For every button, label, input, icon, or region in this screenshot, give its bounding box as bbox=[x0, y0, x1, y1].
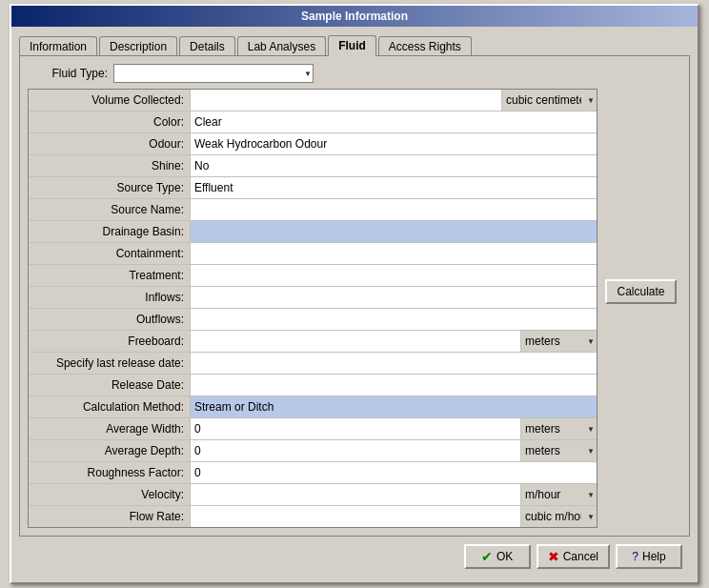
unit-freeboard-wrapper: meters feet bbox=[520, 331, 597, 352]
value-release-date[interactable] bbox=[191, 375, 597, 395]
value-volume-collected: cubic centimeters liters milliliters bbox=[191, 90, 597, 111]
value-source-type: Effluent bbox=[191, 177, 597, 198]
cancel-label: Cancel bbox=[563, 550, 598, 563]
value-drainage-basin[interactable] bbox=[191, 221, 597, 242]
value-color: Clear bbox=[191, 112, 597, 132]
value-outflows[interactable] bbox=[191, 309, 597, 330]
cancel-button[interactable]: ✖ Cancel bbox=[537, 544, 610, 569]
label-shine: Shine: bbox=[29, 155, 191, 176]
tab-bar: Information Description Details Lab Anal… bbox=[19, 34, 690, 55]
cancel-icon: ✖ bbox=[548, 549, 559, 564]
row-source-type: Source Type: Effluent bbox=[29, 177, 597, 199]
left-area: Volume Collected: cubic centimeters lite… bbox=[28, 89, 598, 528]
label-color: Color: bbox=[29, 112, 191, 132]
input-velocity[interactable] bbox=[191, 492, 520, 497]
form-grid: Volume Collected: cubic centimeters lite… bbox=[28, 89, 598, 528]
value-treatment[interactable] bbox=[191, 265, 597, 286]
unit-volume-collected-wrapper: cubic centimeters liters milliliters bbox=[501, 90, 597, 111]
label-drainage-basin: Drainage Basin: bbox=[29, 221, 191, 242]
main-window: Sample Information Information Descripti… bbox=[10, 4, 699, 584]
fluid-type-label: Fluid Type: bbox=[28, 67, 113, 80]
row-drainage-basin: Drainage Basin: bbox=[29, 221, 597, 243]
window-title: Sample Information bbox=[11, 6, 698, 27]
row-release-date: Release Date: bbox=[29, 375, 597, 396]
tab-fluid[interactable]: Fluid bbox=[328, 35, 376, 56]
row-color: Color: Clear bbox=[29, 112, 597, 133]
row-treatment: Treatment: bbox=[29, 265, 597, 287]
value-calculation-method: Stream or Ditch bbox=[191, 396, 597, 417]
tab-content-fluid: Fluid Type: Volume Collected: bbox=[19, 55, 690, 537]
unit-flow-rate[interactable]: cubic m/hour cubic ft/hour bbox=[520, 506, 597, 527]
unit-velocity[interactable]: m/hour m/sec ft/hour bbox=[520, 484, 597, 505]
label-average-depth: Average Depth: bbox=[29, 440, 191, 461]
unit-volume-collected[interactable]: cubic centimeters liters milliliters bbox=[501, 90, 597, 111]
value-containment[interactable] bbox=[191, 243, 597, 264]
label-roughness-factor: Roughness Factor: bbox=[29, 462, 191, 483]
row-shine: Shine: No bbox=[29, 155, 597, 177]
label-flow-rate: Flow Rate: bbox=[29, 506, 191, 527]
value-velocity: m/hour m/sec ft/hour bbox=[191, 484, 597, 505]
unit-average-width[interactable]: meters feet bbox=[520, 418, 597, 439]
label-velocity: Velocity: bbox=[29, 484, 191, 505]
fluid-type-row: Fluid Type: bbox=[28, 64, 681, 83]
calculate-button[interactable]: Calculate bbox=[605, 279, 677, 304]
label-treatment: Treatment: bbox=[29, 265, 191, 286]
tab-details[interactable]: Details bbox=[179, 36, 235, 56]
row-freeboard: Freeboard: meters feet bbox=[29, 331, 597, 353]
fluid-type-select-wrapper bbox=[113, 64, 314, 83]
row-average-depth: Average Depth: 0 meters feet bbox=[29, 440, 597, 462]
fluid-type-select[interactable] bbox=[113, 64, 314, 83]
row-velocity: Velocity: m/hour m/sec ft/hour bbox=[29, 484, 597, 506]
footer: ✔ OK ✖ Cancel ? Help bbox=[19, 537, 690, 575]
window-body: Information Description Details Lab Anal… bbox=[11, 27, 698, 582]
input-average-width[interactable]: 0 bbox=[191, 419, 520, 438]
unit-average-depth-wrapper: meters feet bbox=[520, 440, 597, 461]
unit-velocity-wrapper: m/hour m/sec ft/hour bbox=[520, 484, 597, 505]
ok-button[interactable]: ✔ OK bbox=[464, 544, 531, 569]
label-freeboard: Freeboard: bbox=[29, 331, 191, 352]
value-specify-release[interactable] bbox=[191, 353, 597, 374]
input-flow-rate[interactable] bbox=[191, 514, 520, 519]
value-freeboard: meters feet bbox=[191, 331, 597, 352]
value-flow-rate: cubic m/hour cubic ft/hour bbox=[191, 506, 597, 527]
value-inflows[interactable] bbox=[191, 287, 597, 308]
tab-description[interactable]: Description bbox=[99, 36, 177, 56]
tab-access-rights[interactable]: Access Rights bbox=[378, 36, 472, 56]
value-roughness-factor[interactable]: 0 bbox=[191, 462, 597, 483]
unit-freeboard[interactable]: meters feet bbox=[520, 331, 597, 352]
row-odour: Odour: Weak Hydrocarbon Odour bbox=[29, 133, 597, 155]
label-inflows: Inflows: bbox=[29, 287, 191, 308]
label-outflows: Outflows: bbox=[29, 309, 191, 330]
row-roughness-factor: Roughness Factor: 0 bbox=[29, 462, 597, 484]
row-outflows: Outflows: bbox=[29, 309, 597, 331]
tab-information[interactable]: Information bbox=[19, 36, 97, 56]
row-inflows: Inflows: bbox=[29, 287, 597, 309]
right-area: Calculate bbox=[605, 89, 681, 528]
label-odour: Odour: bbox=[29, 133, 191, 154]
help-label: Help bbox=[642, 550, 666, 563]
value-average-width: 0 meters feet bbox=[191, 418, 597, 439]
label-release-date: Release Date: bbox=[29, 375, 191, 395]
row-volume-collected: Volume Collected: cubic centimeters lite… bbox=[29, 90, 597, 112]
label-volume-collected: Volume Collected: bbox=[29, 90, 191, 111]
input-freeboard[interactable] bbox=[191, 338, 520, 344]
tab-lab-analyses[interactable]: Lab Analyses bbox=[237, 36, 326, 56]
unit-average-width-wrapper: meters feet bbox=[520, 418, 597, 439]
row-average-width: Average Width: 0 meters feet bbox=[29, 418, 597, 440]
row-calculation-method: Calculation Method: Stream or Ditch bbox=[29, 396, 597, 418]
input-volume-collected[interactable] bbox=[191, 97, 501, 103]
label-source-name: Source Name: bbox=[29, 199, 191, 220]
row-containment: Containment: bbox=[29, 243, 597, 265]
input-average-depth[interactable]: 0 bbox=[191, 441, 520, 460]
help-button[interactable]: ? Help bbox=[616, 544, 682, 569]
label-specify-release: Specify last release date: bbox=[29, 353, 191, 374]
unit-average-depth[interactable]: meters feet bbox=[520, 440, 597, 461]
row-specify-release: Specify last release date: bbox=[29, 353, 597, 375]
value-source-name[interactable] bbox=[191, 199, 597, 220]
value-average-depth: 0 meters feet bbox=[191, 440, 597, 461]
help-icon: ? bbox=[632, 550, 638, 563]
main-area: Volume Collected: cubic centimeters lite… bbox=[28, 89, 681, 528]
label-average-width: Average Width: bbox=[29, 418, 191, 439]
ok-label: OK bbox=[496, 550, 513, 563]
row-source-name: Source Name: bbox=[29, 199, 597, 221]
